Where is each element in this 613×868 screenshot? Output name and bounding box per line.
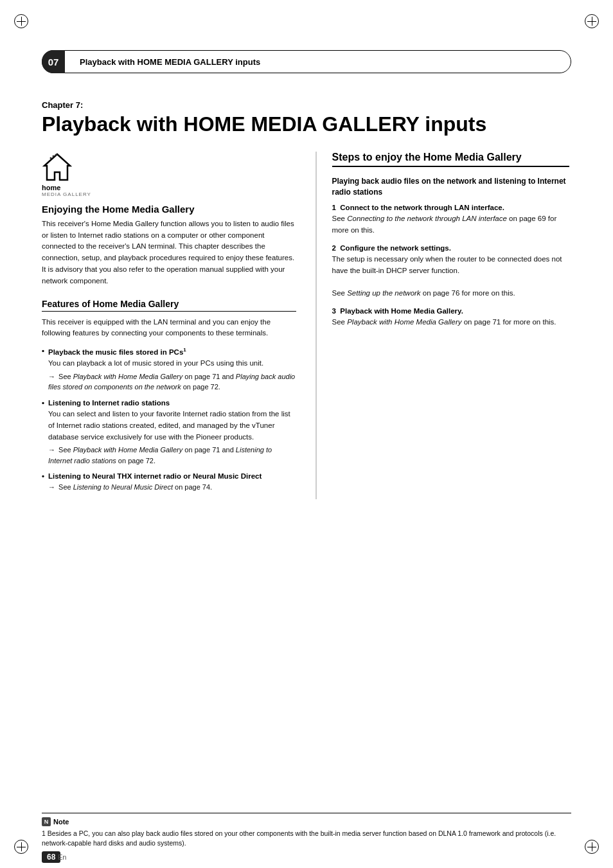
step-2-body: The setup is necessary only when the rou… <box>332 254 570 299</box>
enjoying-body: This receiver's Home Media Gallery funct… <box>42 218 296 287</box>
svg-point-1 <box>50 157 52 159</box>
bullet-body-radio: You can select and listen to your favori… <box>42 409 296 443</box>
step-2-label: 2 Configure the network settings. <box>332 244 570 252</box>
svg-marker-0 <box>44 154 70 180</box>
main-content: Chapter 7: Playback with HOME MEDIA GALL… <box>42 82 571 817</box>
features-heading: Features of Home Media Gallery <box>42 299 296 312</box>
bullet-ref-neural: See Listening to Neural Music Direct on … <box>42 482 296 493</box>
crosshair-tr <box>587 17 596 26</box>
page-lang: En <box>58 851 66 863</box>
home-media-gallery-icon <box>42 152 73 182</box>
left-column: home MEDIA GALLERY Enjoying the Home Med… <box>42 152 296 499</box>
bullet-ref-radio: See Playback with Home Media Gallery on … <box>42 445 296 466</box>
step-1-body: See Connecting to the network through LA… <box>332 213 570 236</box>
bullet-body-playback: You can playback a lot of music stored i… <box>42 358 296 369</box>
note-title: N Note <box>42 817 571 826</box>
bullet-item-radio: Listening to Internet radio stations You… <box>42 399 296 466</box>
bullet-item-neural: Listening to Neural THX internet radio o… <box>42 472 296 493</box>
crosshair-br <box>587 842 596 851</box>
step-1: 1 Connect to the network through LAN int… <box>332 204 570 236</box>
crosshair-bl <box>17 842 26 851</box>
two-column-layout: home MEDIA GALLERY Enjoying the Home Med… <box>42 152 571 499</box>
svg-point-3 <box>55 154 57 155</box>
header-title: Playback with HOME MEDIA GALLERY inputs <box>80 57 260 67</box>
step-1-label: 1 Connect to the network through LAN int… <box>332 204 570 211</box>
bullet-label-playback: Playback the music files stored in PCs1 <box>42 347 296 356</box>
note-icon: N <box>42 817 51 826</box>
substeps-heading: Playing back audio files on the network … <box>332 176 570 198</box>
chapter-label: Chapter 7: <box>42 100 571 110</box>
enjoying-heading: Enjoying the Home Media Gallery <box>42 204 296 215</box>
chapter-number: 07 <box>42 50 65 73</box>
step-2: 2 Configure the network settings. The se… <box>332 244 570 299</box>
bullet-item-playback: Playback the music files stored in PCs1 … <box>42 347 296 393</box>
hmg-text-logo: home MEDIA GALLERY <box>42 184 91 197</box>
step-3-label: 3 Playback with Home Media Gallery. <box>332 307 570 315</box>
features-body: This receiver is equipped with the LAN t… <box>42 317 296 340</box>
crosshair-tl <box>17 17 26 26</box>
hmg-logo: home MEDIA GALLERY <box>42 152 296 197</box>
bullet-label-neural: Listening to Neural THX internet radio o… <box>42 472 296 480</box>
step-3: 3 Playback with Home Media Gallery. See … <box>332 307 570 328</box>
svg-point-2 <box>53 155 55 157</box>
footer-note: N Note 1 Besides a PC, you can also play… <box>42 813 571 849</box>
steps-heading: Steps to enjoy the Home Media Gallery <box>332 152 570 167</box>
bullet-ref-playback: See Playback with Home Media Gallery on … <box>42 371 296 393</box>
bullet-label-radio: Listening to Internet radio stations <box>42 399 296 407</box>
right-column: Steps to enjoy the Home Media Gallery Pl… <box>315 152 570 499</box>
step-3-body: See Playback with Home Media Gallery on … <box>332 317 570 328</box>
header-bar: 07 Playback with HOME MEDIA GALLERY inpu… <box>42 50 571 73</box>
chapter-title: Playback with HOME MEDIA GALLERY inputs <box>42 112 571 136</box>
note-text: 1 Besides a PC, you can also play back a… <box>42 829 571 849</box>
